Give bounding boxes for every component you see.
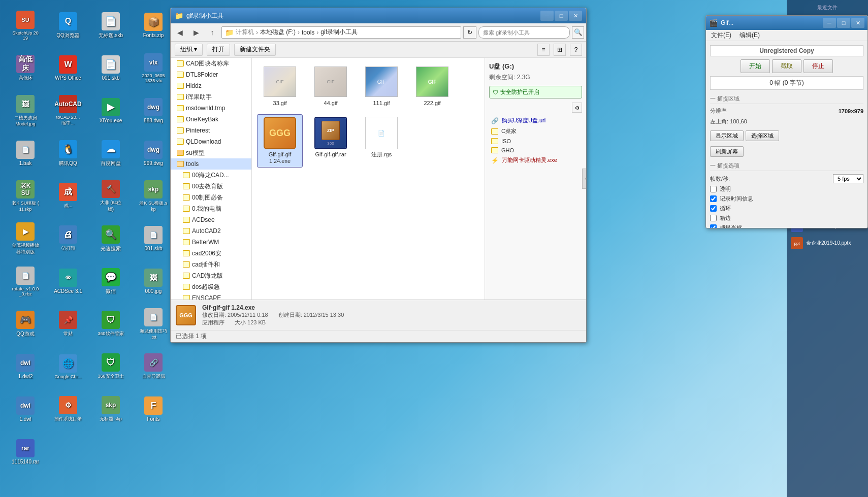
- desktop-icon-360safe[interactable]: 🛡 360软件管家: [90, 304, 131, 344]
- desktop-icon-wutibiao-skp[interactable]: skp 无标题.skp: [90, 389, 131, 429]
- desktop-icon-chrome[interactable]: 🌐 Google Chr...: [48, 346, 88, 387]
- sidebar-item-betterwm[interactable]: BetterWM: [171, 237, 251, 248]
- new-folder-button[interactable]: 新建文件夹: [234, 44, 276, 56]
- desktop-icon-acdsee[interactable]: 👁 ACDSee 3.1: [48, 261, 88, 302]
- recorder-minimize[interactable]: ─: [823, 18, 836, 28]
- open-button[interactable]: 打开: [207, 44, 230, 56]
- transparent-checkbox[interactable]: [710, 186, 717, 192]
- desktop-icon-print[interactable]: 🖨 ⑦打印: [48, 218, 88, 259]
- desktop-icon-changtie[interactable]: 📌 常贴: [48, 304, 88, 344]
- desktop-icon-jinmao[interactable]: ▶ 金茂视频播放器特别版: [5, 218, 46, 259]
- menu-edit[interactable]: 编辑(E): [737, 31, 762, 40]
- sidebar-item-qldownload[interactable]: QLDownload: [171, 136, 251, 147]
- panel-toggle-arrow[interactable]: ›: [582, 169, 586, 189]
- desktop-icon-1dwl[interactable]: dwl 1.dwl: [5, 389, 46, 429]
- search-input[interactable]: [478, 26, 570, 39]
- file-item-gifgifgif-exe[interactable]: GGG Gif-gif-gif1.24.exe: [257, 114, 303, 167]
- desktop-icon-diya[interactable]: 高低床 高低床: [5, 48, 46, 88]
- desktop-icon-wps[interactable]: W WPS Office: [48, 48, 88, 88]
- border-checkbox[interactable]: [710, 215, 717, 221]
- fps-select[interactable]: 5 fps 10 fps 15 fps 20 fps 25 fps: [833, 174, 863, 183]
- file-item-222gif[interactable]: GIF 222.gif: [409, 63, 455, 109]
- desktop-icon-hailong-txt[interactable]: 📄 海龙使用技巧.txt: [133, 304, 174, 344]
- right-file-item-wangneng[interactable]: ⚡ 万能网卡驱动精灵.exe: [489, 155, 582, 165]
- right-file-item-gho[interactable]: GHO: [489, 146, 582, 154]
- organize-button[interactable]: 组织 ▾: [175, 44, 203, 56]
- right-file-item-ccaijia[interactable]: C菜家: [489, 126, 582, 136]
- desktop-icon-888dwg[interactable]: dwg 888.dwg: [133, 90, 174, 131]
- minimize-button[interactable]: ─: [540, 11, 554, 21]
- sidebar-item-ihun[interactable]: i浑果助手: [171, 91, 251, 103]
- cursor-checkbox[interactable]: [710, 224, 717, 228]
- sidebar-item-cad2006[interactable]: cad2006安: [171, 248, 251, 259]
- desktop-icon-ercengfang[interactable]: 🖼 二楼男孩房Model.jpg: [5, 90, 46, 131]
- desktop-icon-qqbrowser[interactable]: Q QQ浏览器: [48, 5, 88, 46]
- desktop-icon-001skb[interactable]: 📄 001.skb: [90, 48, 131, 88]
- desktop-icon-2020model[interactable]: vlx 2020_06051335.vlx: [133, 48, 174, 88]
- desktop-icon-001skb2[interactable]: 📄 001.skb: [133, 218, 174, 259]
- menu-file[interactable]: 文件(E): [709, 31, 733, 40]
- display-area-button[interactable]: 显示区域: [710, 130, 744, 141]
- desktop-icon-wutibiao-skb[interactable]: 📄 无标题.skb: [90, 5, 131, 46]
- desktop-icon-fonts[interactable]: F Fonts: [133, 389, 174, 429]
- back-button[interactable]: ◀: [173, 26, 187, 39]
- desktop-icon-fonts-zip[interactable]: 📦 Fonts.zip: [133, 5, 174, 46]
- pause-button[interactable]: 截取: [772, 59, 801, 73]
- desktop-icon-zidai[interactable]: 🔗 自带导逻辑: [133, 346, 174, 387]
- refresh-screen-button[interactable]: 刷新屏幕: [710, 146, 744, 157]
- help-button[interactable]: ?: [570, 44, 582, 56]
- recorder-maximize[interactable]: □: [837, 18, 850, 28]
- desktop-icon-xiyou[interactable]: ▶ XiYou.exe: [90, 90, 131, 131]
- desktop-icon-qq[interactable]: 🐧 腾讯QQ: [48, 133, 88, 174]
- sidebar-item-msd[interactable]: msdownld.tmp: [171, 103, 251, 114]
- file-item-111gif[interactable]: GIF 111.gif: [359, 63, 404, 109]
- file-item-44gif[interactable]: GIF 44.gif: [308, 63, 353, 109]
- desktop-icon-115rar[interactable]: rar 1115140.rar: [5, 432, 46, 472]
- desktop-icon-cheng[interactable]: 成 成...: [48, 176, 88, 216]
- recorder-close[interactable]: ✕: [851, 18, 864, 28]
- desktop-icon-dafe[interactable]: 🔨 大非 (64位版): [90, 176, 131, 216]
- desktop-icon-sketchup[interactable]: SU SketchUp 2019: [5, 5, 46, 46]
- breadcrumb-local-disk[interactable]: 本地磁盘 (F:): [260, 28, 296, 37]
- stop-button[interactable]: 停止: [803, 59, 833, 73]
- breadcrumb-gif-tools[interactable]: gif录制小工具: [320, 28, 358, 37]
- start-button[interactable]: 开始: [741, 59, 770, 73]
- right-file-item-iso[interactable]: ISO: [489, 137, 582, 145]
- desktop-icon-autocad[interactable]: AutoCAD toCAD 20...缩中...: [48, 90, 88, 131]
- sidebar-item-acdsee[interactable]: ACDsee: [171, 214, 251, 225]
- desktop-icon-rotate[interactable]: 📄 rotate_v1.0.0_0.rbz: [5, 261, 46, 302]
- desktop-icon-999dwg[interactable]: dwg 999.dwg: [133, 133, 174, 174]
- select-area-button[interactable]: 选择区域: [746, 130, 779, 141]
- sidebar-item-tools[interactable]: tools: [171, 158, 251, 170]
- desktop-icon-plugins[interactable]: ⚙ 插件系统目录: [48, 389, 88, 429]
- file-item-33gif[interactable]: GIF 33.gif: [257, 63, 303, 109]
- desktop-icon-qqgame[interactable]: 🎮 QQ游戏: [5, 304, 46, 344]
- sidebar-item-mycomputer[interactable]: 0.我的电脑: [171, 203, 251, 214]
- search-button[interactable]: 🔍: [572, 26, 584, 39]
- sidebar-item-dtl8[interactable]: DTL8Folder: [171, 69, 251, 80]
- maximize-button[interactable]: □: [555, 11, 568, 21]
- sidebar-item-00hailong[interactable]: 00海龙CAD...: [171, 170, 251, 181]
- record-info-checkbox[interactable]: [710, 195, 717, 202]
- desktop-icon-360search[interactable]: 🔍 光速搜索: [90, 218, 131, 259]
- right-panel-settings-button[interactable]: ⚙: [572, 103, 582, 113]
- desktop-icon-1bak[interactable]: 📄 1.bak: [5, 133, 46, 174]
- file-item-zhuce-rgs[interactable]: 📄 注册.rgs: [359, 114, 404, 167]
- forward-button[interactable]: ▶: [189, 26, 203, 39]
- refresh-button[interactable]: ↻: [463, 26, 476, 39]
- sidebar-item-cad[interactable]: CAD图块名称库: [171, 58, 251, 69]
- sidebar-item-enscape[interactable]: ENSCAPE: [171, 292, 251, 300]
- right-file-item-url[interactable]: 🔗 购买U深度U盘.url: [489, 116, 582, 125]
- desktop-icon-360guard[interactable]: 🛡 360安全卫士: [90, 346, 131, 387]
- sidebar-item-pinterest[interactable]: Pinterest: [171, 125, 251, 136]
- file-item-gifgifgif-rar[interactable]: ZIP 360 Gif-gif-gif.rar: [308, 114, 353, 167]
- up-button[interactable]: ↑: [205, 26, 219, 39]
- view-large-button[interactable]: ⊞: [554, 44, 566, 56]
- desktop-icon-laok-su[interactable]: 老K SU 老K SU模板 (1).skp: [5, 176, 46, 216]
- address-bar[interactable]: 📁 计算机 › 本地磁盘 (F:) › tools › gif录制小工具: [221, 26, 461, 39]
- desktop-icon-1dwl2[interactable]: dwl 1.dwl2: [5, 346, 46, 387]
- desktop-icon-baiduwangpan[interactable]: ☁ 百度网盘: [90, 133, 131, 174]
- sidebar-item-dos[interactable]: dos超级急: [171, 281, 251, 292]
- view-details-button[interactable]: ≡: [537, 44, 550, 56]
- sidebar-item-autocad2[interactable]: AutoCAD2: [171, 225, 251, 237]
